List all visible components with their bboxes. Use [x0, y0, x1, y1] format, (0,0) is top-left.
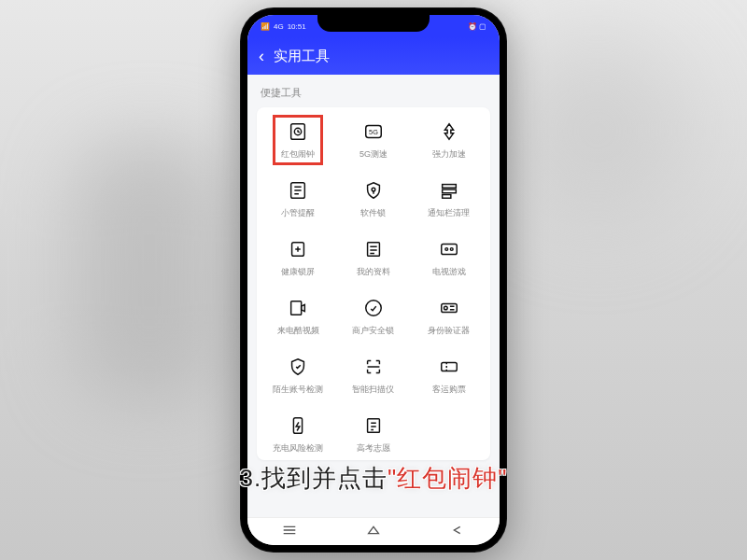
- svg-point-12: [445, 248, 448, 251]
- svg-point-17: [444, 306, 447, 310]
- svg-point-13: [450, 248, 453, 251]
- content-area[interactable]: 便捷工具 红包闹钟5G5G测速强力加速小管提醒软件锁通知栏清理健康锁屏我的资料电…: [247, 75, 500, 517]
- section-label: 便捷工具: [257, 84, 490, 107]
- health-lock-icon: [287, 238, 309, 260]
- notch: [317, 15, 430, 32]
- tool-label: 强力加速: [432, 148, 466, 161]
- nav-home-button[interactable]: [365, 524, 382, 540]
- tool-label: 电视游戏: [432, 266, 466, 278]
- tool-charge-risk[interactable]: 充电风险检测: [262, 414, 334, 455]
- tool-exam[interactable]: 高考志愿: [338, 414, 410, 455]
- tool-scanner[interactable]: 智能扫描仪: [338, 356, 410, 396]
- phone-frame: 📶 4G 10:51 ⏰ ▢ ‹ 实用工具 便捷工具 红包闹钟5G5G测速强力加…: [240, 7, 507, 553]
- tool-lock[interactable]: 软件锁: [338, 179, 410, 219]
- tool-label: 充电风险检测: [273, 442, 323, 455]
- tool-call-video[interactable]: 来电酷视频: [262, 297, 334, 337]
- svg-rect-18: [441, 362, 457, 371]
- charge-risk-icon: [287, 414, 309, 437]
- tool-label: 红包闹钟: [281, 148, 315, 161]
- status-time: 10:51: [288, 22, 306, 31]
- tools-grid: 红包闹钟5G5G测速强力加速小管提醒软件锁通知栏清理健康锁屏我的资料电视游戏来电…: [262, 120, 485, 455]
- tool-profile[interactable]: 我的资料: [338, 238, 410, 278]
- tool-label: 软件锁: [360, 207, 386, 219]
- tool-label: 陌生账号检测: [273, 384, 323, 396]
- tool-merchant-lock[interactable]: 商户安全锁: [338, 297, 410, 337]
- tool-ticket[interactable]: 客运购票: [413, 356, 485, 396]
- lock-icon: [362, 179, 385, 202]
- tool-5g[interactable]: 5G5G测速: [338, 120, 410, 161]
- tool-label: 高考志愿: [357, 442, 390, 455]
- tv-game-icon: [438, 238, 460, 260]
- scanner-icon: [362, 356, 385, 378]
- account-detect-icon: [287, 356, 309, 378]
- page-title: 实用工具: [274, 48, 330, 65]
- back-button[interactable]: ‹: [259, 47, 264, 66]
- svg-rect-7: [442, 189, 456, 193]
- svg-text:5G: 5G: [369, 128, 378, 136]
- tool-boost[interactable]: 强力加速: [413, 120, 485, 161]
- tool-label: 小管提醒: [281, 207, 315, 219]
- status-left: 📶 4G 10:51: [261, 22, 306, 31]
- tool-health-lock[interactable]: 健康锁屏: [262, 238, 334, 278]
- svg-rect-14: [291, 301, 302, 315]
- nav-recent-button[interactable]: [281, 524, 298, 540]
- exam-icon: [362, 414, 385, 437]
- id-verify-icon: [438, 297, 460, 319]
- tool-account-detect[interactable]: 陌生账号检测: [262, 356, 334, 396]
- tool-label: 健康锁屏: [281, 266, 315, 278]
- alarm-battery-icons: ⏰ ▢: [468, 22, 486, 31]
- system-nav-bar: [247, 517, 500, 545]
- notif-clean-icon: [438, 179, 460, 202]
- redpacket-alarm-icon: [287, 120, 309, 143]
- svg-rect-11: [441, 245, 457, 255]
- svg-rect-6: [442, 185, 456, 189]
- tools-card: 红包闹钟5G5G测速强力加速小管提醒软件锁通知栏清理健康锁屏我的资料电视游戏来电…: [257, 107, 490, 460]
- network-label: 4G: [274, 22, 284, 31]
- ticket-icon: [438, 356, 460, 378]
- call-video-icon: [287, 297, 309, 319]
- phone-screen: 📶 4G 10:51 ⏰ ▢ ‹ 实用工具 便捷工具 红包闹钟5G5G测速强力加…: [247, 15, 500, 545]
- tool-label: 智能扫描仪: [352, 384, 394, 396]
- merchant-lock-icon: [362, 297, 385, 319]
- tool-label: 通知栏清理: [428, 207, 470, 219]
- 5g-icon: 5G: [362, 120, 385, 143]
- tool-redpacket-alarm[interactable]: 红包闹钟: [262, 120, 334, 161]
- svg-rect-19: [294, 418, 303, 434]
- svg-point-5: [372, 188, 375, 191]
- status-right: ⏰ ▢: [468, 22, 486, 31]
- tool-label: 5G测速: [359, 148, 388, 161]
- tool-tv-game[interactable]: 电视游戏: [413, 238, 485, 278]
- tool-id-verify[interactable]: 身份验证器: [413, 297, 485, 337]
- reminder-icon: [287, 179, 309, 202]
- boost-icon: [438, 120, 460, 143]
- nav-back-button[interactable]: [449, 524, 466, 540]
- signal-icon: 📶: [261, 22, 270, 31]
- svg-point-15: [366, 301, 382, 316]
- tool-label: 客运购票: [432, 384, 466, 396]
- tool-reminder[interactable]: 小管提醒: [262, 179, 334, 219]
- tool-label: 身份验证器: [428, 325, 470, 337]
- svg-rect-8: [442, 195, 450, 199]
- tool-label: 我的资料: [357, 266, 390, 278]
- tool-label: 来电酷视频: [277, 325, 319, 337]
- profile-icon: [362, 238, 385, 260]
- tool-notif-clean[interactable]: 通知栏清理: [413, 179, 485, 219]
- app-header: ‹ 实用工具: [247, 37, 500, 75]
- tool-label: 商户安全锁: [352, 325, 394, 337]
